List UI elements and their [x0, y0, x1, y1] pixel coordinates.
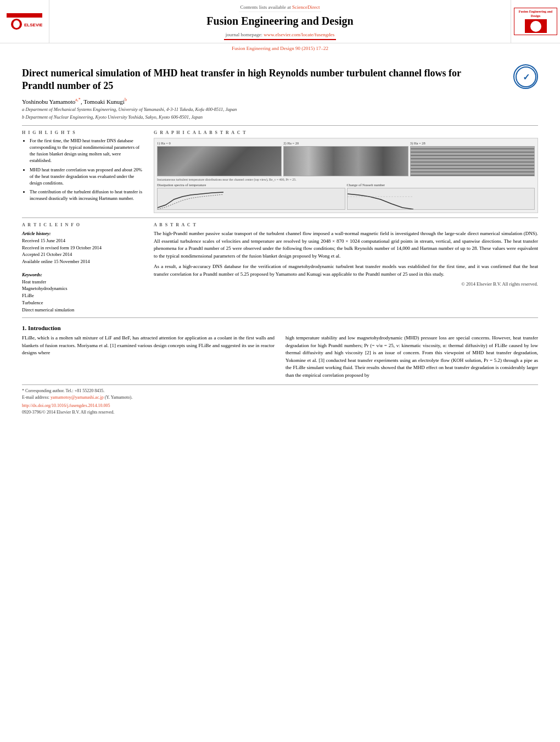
intro-right-col: high temperature stability and low magne… [285, 334, 538, 379]
ga-bottom-left-label: Dissipation spectra of temperature [157, 183, 345, 187]
affiliations: a Department of Mechanical Systems Engin… [22, 107, 538, 121]
homepage-bar: journal homepage: www.elsevier.com/locat… [224, 30, 336, 40]
title-row: Direct numerical simulation of MHD heat … [22, 59, 538, 97]
page: ELSEVIER Contents lists available at Sci… [0, 0, 560, 742]
available-date: Available online 15 November 2014 [22, 258, 143, 265]
issn-line: 0920-3796/© 2014 Elsevier B.V. All right… [22, 409, 538, 416]
intro-left-col: FLiBe, which is a molten salt mixture of… [22, 334, 275, 379]
abstract-paragraph-2: As a result, a high-accuracy DNS databas… [154, 263, 538, 278]
section-title-text: Introduction [28, 325, 61, 331]
divider-1 [22, 125, 538, 126]
sciencedirect-link[interactable]: ScienceDirect [292, 4, 320, 10]
keyword-5: Direct numerical simulation [22, 306, 143, 314]
highlight-item-2: MHD heat transfer correlation was propos… [30, 167, 143, 187]
divider-2 [22, 217, 538, 218]
highlights-label: H I G H L I G H T S [22, 130, 143, 135]
svg-text:✓: ✓ [522, 72, 529, 82]
crossmark-badge: ✓ [513, 64, 538, 89]
corresponding-footnote: * Corresponding author. Tel.: +81 55220 … [22, 388, 538, 394]
article-info-column: A R T I C L E I N F O Article history: R… [22, 222, 143, 313]
sciencedirect-bar: Contents lists available at ScienceDirec… [239, 3, 322, 12]
email-suffix: (Y. Yamamoto). [105, 395, 133, 400]
main-content: Direct numerical simulation of MHD heat … [0, 53, 560, 421]
ga-panel3-label: 3) Ha = 28 [410, 141, 535, 145]
intro-left-text: FLiBe, which is a molten salt mixture of… [22, 334, 275, 357]
journal-ref-link[interactable]: Fusion Engineering and Design 90 (2015) … [232, 46, 328, 51]
svg-rect-0 [7, 13, 42, 18]
svg-text:ELSEVIER: ELSEVIER [24, 23, 42, 27]
email-label: E-mail address: [22, 395, 49, 400]
keyword-2: Magnetohydrodynamics [22, 285, 143, 292]
graphical-abstract-column: G R A P H I C A L A B S T R A C T 1) Ha … [154, 130, 538, 213]
highlights-list: For the first time, the MHD heat transfe… [22, 138, 143, 202]
homepage-link[interactable]: www.elsevier.com/locate/fusengdes [264, 32, 334, 37]
keyword-4: Turbulence [22, 299, 143, 306]
elsevier-logo: ELSEVIER [7, 13, 42, 30]
journal-header: ELSEVIER Contents lists available at Sci… [0, 0, 560, 43]
journal-logo-box: Fusion Engineering and Design [514, 8, 557, 36]
accepted-date: Accepted 21 October 2014 [22, 251, 143, 258]
email-footnote: E-mail address: yamamotoy@yamanashi.ac.j… [22, 394, 538, 401]
author-yamamoto: Yoshinobu Yamamoto [22, 98, 75, 104]
abstract-label: A B S T R A C T [154, 222, 538, 227]
journal-logo-right: Fusion Engineering and Design [511, 0, 560, 43]
keywords-block: Keywords: Heat transfer Magnetohydrodyna… [22, 271, 143, 314]
keywords-list: Heat transfer Magnetohydrodynamics FLiBe… [22, 278, 143, 314]
graphical-abstract-image: 1) Ha = 0 2) Ha = 20 3) Ha = 28 Instanta… [154, 138, 538, 213]
affiliation-a: a Department of Mechanical Systems Engin… [22, 107, 538, 113]
journal-title: Fusion Engineering and Design [204, 12, 356, 30]
author-kunugi: Tomoaki Kunugi [83, 98, 125, 104]
abstract-column: A B S T R A C T The high-Prandtl number … [154, 222, 538, 313]
copyright-notice: © 2014 Elsevier B.V. All rights reserved… [154, 281, 538, 287]
keyword-3: FLiBe [22, 292, 143, 299]
highlights-column: H I G H L I G H T S For the first time, … [22, 130, 143, 213]
keywords-label: Keywords: [22, 271, 143, 278]
ga-top-caption: Instantaneous turbulent temperature dist… [157, 178, 535, 181]
authors-line: Yoshinobu Yamamotoa,*, Tomoaki Kunugib [22, 97, 538, 105]
homepage-text: journal homepage: [226, 32, 262, 37]
svg-point-2 [13, 20, 20, 28]
contents-text: Contents lists available at [240, 4, 291, 10]
introduction-body: FLiBe, which is a molten salt mixture of… [22, 334, 538, 379]
journal-logo-label: Fusion Engineering and Design [516, 10, 555, 19]
section-number: 1. [22, 325, 26, 331]
elsevier-logo-container: ELSEVIER [0, 0, 49, 43]
author-yamamoto-sup: a,* [75, 97, 81, 102]
revised-date: Received in revised form 19 October 2014 [22, 244, 143, 252]
article-title: Direct numerical simulation of MHD heat … [22, 67, 508, 93]
highlight-item-1: For the first time, the MHD heat transfe… [30, 138, 143, 164]
received-date: Received 15 June 2014 [22, 237, 143, 244]
ga-panel2-label: 2) Ha = 20 [283, 141, 408, 145]
divider-3 [22, 317, 538, 318]
graphical-abstract-label: G R A P H I C A L A B S T R A C T [154, 130, 538, 135]
info-abstract-row: A R T I C L E I N F O Article history: R… [22, 222, 538, 313]
affiliation-b: b Department of Nuclear Engineering, Kyo… [22, 114, 538, 121]
history-label: Article history: [22, 230, 143, 237]
intro-right-text: high temperature stability and low magne… [285, 334, 538, 379]
journal-title-center: Contents lists available at ScienceDirec… [49, 0, 511, 43]
email-link[interactable]: yamamotoy@yamanashi.ac.jp [51, 395, 104, 400]
footnotes: * Corresponding author. Tel.: +81 55220 … [22, 384, 538, 416]
doi-line: http://dx.doi.org/10.1016/j.fusengdes.20… [22, 403, 538, 409]
keyword-1: Heat transfer [22, 278, 143, 286]
journal-reference: Fusion Engineering and Design 90 (2015) … [0, 43, 560, 53]
abstract-paragraph-1: The high-Prandtl number passive scalar t… [154, 230, 538, 260]
article-history: Article history: Received 15 June 2014 R… [22, 230, 143, 265]
article-info-label: A R T I C L E I N F O [22, 222, 143, 227]
introduction-title-row: 1. Introduction [22, 325, 538, 331]
ga-bottom-right-label: Change of Nusselt number [347, 183, 535, 187]
highlights-graphical-row: H I G H L I G H T S For the first time, … [22, 130, 538, 213]
author-kunugi-sup: b [125, 97, 127, 102]
ga-panel1-label: 1) Ha = 0 [157, 141, 282, 145]
highlight-item-3: The contribution of the turbulent diffus… [30, 189, 143, 202]
